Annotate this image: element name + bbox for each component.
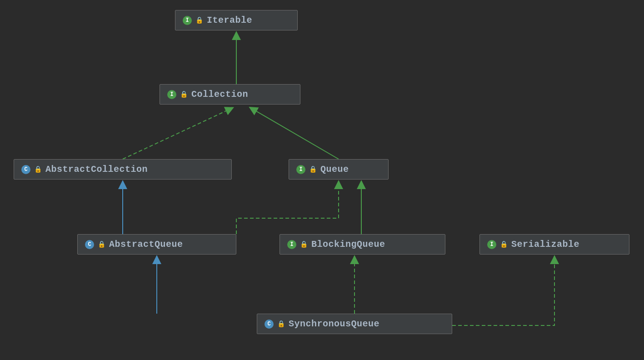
- node-iterable[interactable]: I 🔒 Iterable: [175, 10, 298, 30]
- lock-icon-abstract-collection: 🔒: [34, 165, 42, 173]
- node-abstract-queue[interactable]: C 🔒 AbstractQueue: [77, 234, 236, 255]
- badge-iterable: I: [183, 16, 192, 25]
- label-synchronous-queue: SynchronousQueue: [289, 319, 379, 329]
- badge-abstract-collection: C: [21, 165, 30, 174]
- badge-abstract-queue: C: [85, 240, 94, 249]
- arrow-abstract-queue-queue: [236, 185, 339, 234]
- node-serializable[interactable]: I 🔒 Serializable: [479, 234, 629, 255]
- badge-synchronous-queue: C: [265, 320, 274, 329]
- lock-icon-serializable: 🔒: [500, 240, 508, 248]
- arrows-svg: [0, 0, 644, 360]
- label-serializable: Serializable: [511, 239, 579, 250]
- label-queue: Queue: [320, 164, 349, 175]
- label-blocking-queue: BlockingQueue: [311, 239, 385, 250]
- label-abstract-queue: AbstractQueue: [109, 239, 183, 250]
- lock-icon-synchronous-queue: 🔒: [277, 320, 285, 328]
- diagram-container: I 🔒 Iterable I 🔒 Collection C 🔒 Abstract…: [0, 0, 644, 360]
- node-collection[interactable]: I 🔒 Collection: [160, 84, 300, 105]
- lock-icon-iterable: 🔒: [195, 16, 203, 24]
- label-iterable: Iterable: [207, 15, 252, 25]
- arrow-queue-collection: [253, 109, 339, 159]
- lock-icon-blocking-queue: 🔒: [300, 240, 308, 248]
- arrow-abstract-collection-collection: [123, 109, 230, 159]
- label-abstract-collection: AbstractCollection: [45, 164, 148, 175]
- label-collection: Collection: [191, 89, 248, 100]
- badge-serializable: I: [487, 240, 496, 249]
- arrow-synchronous-queue-serializable: [452, 260, 554, 325]
- lock-icon-queue: 🔒: [309, 165, 317, 173]
- node-synchronous-queue[interactable]: C 🔒 SynchronousQueue: [257, 314, 452, 334]
- node-queue[interactable]: I 🔒 Queue: [289, 159, 389, 180]
- badge-queue: I: [296, 165, 305, 174]
- node-abstract-collection[interactable]: C 🔒 AbstractCollection: [14, 159, 232, 180]
- lock-icon-collection: 🔒: [180, 90, 188, 98]
- badge-blocking-queue: I: [287, 240, 296, 249]
- lock-icon-abstract-queue: 🔒: [98, 240, 105, 248]
- node-blocking-queue[interactable]: I 🔒 BlockingQueue: [280, 234, 445, 255]
- badge-collection: I: [167, 90, 176, 99]
